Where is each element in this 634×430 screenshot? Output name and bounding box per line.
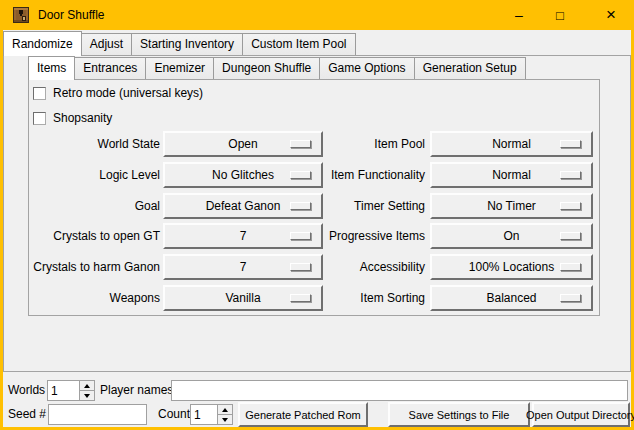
dropdown-indicator-icon	[560, 232, 581, 240]
item-sorting-dropdown[interactable]: Balanced	[430, 285, 593, 311]
count-input[interactable]	[191, 405, 217, 424]
titlebar: Door Shuffle – □ ×	[0, 0, 634, 30]
seed-label: Seed #	[8, 402, 46, 426]
tab-dungeon-shuffle[interactable]: Dungeon Shuffle	[213, 57, 320, 79]
item-functionality-dropdown[interactable]: Normal	[430, 162, 593, 188]
goal-label: Goal	[28, 193, 160, 219]
count-spin-buttons	[217, 405, 232, 424]
tab-randomize[interactable]: Randomize	[3, 31, 82, 56]
count-label: Count	[158, 402, 190, 426]
dropdown-indicator-icon	[560, 202, 581, 210]
worlds-spinbox	[47, 380, 95, 401]
generate-patched-rom-button[interactable]: Generate Patched Rom	[238, 402, 368, 427]
world-state-value: Open	[228, 137, 257, 151]
crystals-gt-label: Crystals to open GT	[28, 223, 160, 249]
spin-up-icon[interactable]	[218, 405, 232, 415]
player-names-entry	[171, 380, 628, 401]
dropdown-indicator-icon	[560, 140, 581, 148]
shopsanity-checkbox-row: Shopsanity	[33, 111, 112, 126]
tab-adjust[interactable]: Adjust	[81, 33, 132, 55]
accessibility-dropdown[interactable]: 100% Locations	[430, 254, 593, 280]
save-settings-button[interactable]: Save Settings to File	[388, 402, 530, 427]
tab-generation-setup[interactable]: Generation Setup	[414, 57, 526, 79]
shopsanity-label: Shopsanity	[53, 111, 112, 126]
tab-game-options[interactable]: Game Options	[319, 57, 414, 79]
item-sorting-value: Balanced	[486, 291, 536, 305]
logic-level-value: No Glitches	[212, 168, 274, 182]
dropdown-indicator-icon	[560, 263, 581, 271]
tab-custom-item-pool[interactable]: Custom Item Pool	[242, 33, 355, 55]
minimize-icon[interactable]: –	[502, 0, 536, 30]
worlds-input[interactable]	[48, 381, 79, 400]
progressive-items-dropdown[interactable]: On	[430, 223, 593, 249]
retro-mode-checkbox-row: Retro mode (universal keys)	[33, 86, 203, 101]
timer-setting-value: No Timer	[487, 199, 536, 213]
maximize-icon[interactable]: □	[543, 0, 577, 30]
crystals-gt-value: 7	[240, 229, 247, 243]
player-names-label: Player names	[100, 378, 173, 402]
item-pool-label: Item Pool	[298, 131, 425, 157]
spin-up-icon[interactable]	[80, 381, 94, 391]
item-pool-value: Normal	[492, 137, 531, 151]
goal-value: Defeat Ganon	[206, 199, 281, 213]
player-names-input[interactable]	[172, 382, 627, 401]
retro-mode-label: Retro mode (universal keys)	[53, 86, 203, 101]
progressive-items-value: On	[503, 229, 519, 243]
weapons-value: Vanilla	[225, 291, 260, 305]
item-functionality-value: Normal	[492, 168, 531, 182]
window-title: Door Shuffle	[38, 0, 105, 30]
timer-setting-dropdown[interactable]: No Timer	[430, 193, 593, 219]
door-icon	[13, 7, 29, 23]
app-window: Door Shuffle – □ × Randomize Adjust Star…	[0, 0, 634, 430]
worlds-spin-buttons	[79, 381, 94, 400]
item-sorting-label: Item Sorting	[298, 285, 425, 311]
progressive-items-label: Progressive Items	[298, 223, 425, 249]
count-spinbox	[190, 404, 233, 425]
tab-enemizer[interactable]: Enemizer	[145, 57, 214, 79]
open-output-directory-button[interactable]: Open Output Directory	[532, 402, 630, 427]
timer-setting-label: Timer Setting	[298, 193, 425, 219]
item-pool-dropdown[interactable]: Normal	[430, 131, 593, 157]
accessibility-label: Accessibility	[298, 254, 425, 280]
main-tab-bar: Randomize Adjust Starting Inventory Cust…	[3, 32, 355, 55]
sub-tab-bar: Items Entrances Enemizer Dungeon Shuffle…	[28, 57, 525, 79]
dropdown-indicator-icon	[560, 171, 581, 179]
seed-entry	[48, 404, 147, 425]
world-state-label: World State	[28, 131, 160, 157]
logic-level-label: Logic Level	[28, 162, 160, 188]
weapons-label: Weapons	[28, 285, 160, 311]
tab-starting-inventory[interactable]: Starting Inventory	[131, 33, 243, 55]
dropdown-indicator-icon	[560, 294, 581, 302]
seed-input[interactable]	[49, 406, 146, 425]
retro-mode-checkbox[interactable]	[33, 87, 46, 100]
spin-down-icon[interactable]	[218, 415, 232, 424]
worlds-label: Worlds	[8, 378, 45, 402]
close-icon[interactable]: ×	[594, 0, 628, 30]
tab-items[interactable]: Items	[28, 56, 75, 80]
accessibility-value: 100% Locations	[469, 260, 554, 274]
spin-down-icon[interactable]	[80, 391, 94, 400]
tab-entrances[interactable]: Entrances	[74, 57, 146, 79]
shopsanity-checkbox[interactable]	[33, 112, 46, 125]
crystals-ganon-label: Crystals to harm Ganon	[28, 254, 160, 280]
crystals-ganon-value: 7	[240, 260, 247, 274]
item-functionality-label: Item Functionality	[298, 162, 425, 188]
